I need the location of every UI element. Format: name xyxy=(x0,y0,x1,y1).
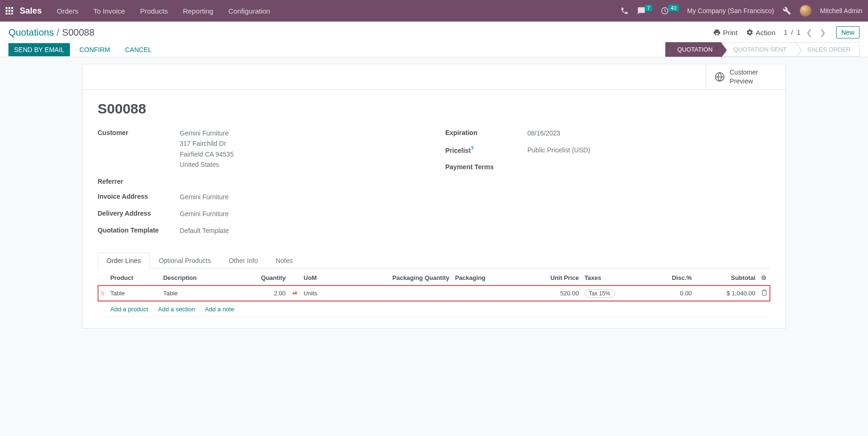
value-invoice-addr[interactable]: Gemini Furniture xyxy=(180,192,423,202)
tab-other-info[interactable]: Other Info xyxy=(220,253,266,269)
label-invoice-addr: Invoice Address xyxy=(98,192,180,200)
tab-order-lines[interactable]: Order Lines xyxy=(98,253,150,269)
cell-description[interactable]: Table xyxy=(160,285,233,301)
company-selector[interactable]: My Company (San Francisco) xyxy=(687,7,774,15)
add-product-link[interactable]: Add a product xyxy=(110,306,148,313)
breadcrumb-current: S00088 xyxy=(62,27,94,38)
customer-country: United States xyxy=(180,159,423,170)
tax-chip: Tax 15% xyxy=(585,289,615,298)
avatar[interactable] xyxy=(799,5,812,17)
tab-optional-products[interactable]: Optional Products xyxy=(150,253,220,269)
status-quotation-sent[interactable]: QUOTATION SENT xyxy=(721,42,795,57)
label-pricelist: Pricelist? xyxy=(445,145,527,154)
tab-notes[interactable]: Notes xyxy=(267,253,302,269)
user-menu[interactable]: Mitchell Admin xyxy=(820,7,862,15)
status-quotation[interactable]: QUOTATION xyxy=(665,42,721,57)
value-template[interactable]: Default Template xyxy=(180,226,423,236)
value-customer[interactable]: Gemini Furniture 317 Fairchild Dr Fairfi… xyxy=(180,128,423,170)
delete-line-icon[interactable] xyxy=(761,290,768,297)
col-settings[interactable]: ⚙ xyxy=(758,271,770,286)
send-by-email-button[interactable]: SEND BY EMAIL xyxy=(8,43,70,56)
label-expiration: Expiration xyxy=(445,128,527,136)
nav-to-invoice[interactable]: To Invoice xyxy=(87,3,132,19)
button-box: Customer Preview xyxy=(83,64,785,90)
col-disc[interactable]: Disc.% xyxy=(647,271,695,286)
cell-pack-qty[interactable] xyxy=(337,285,452,301)
gear-icon xyxy=(746,29,754,36)
preview-label-2: Preview xyxy=(730,77,758,85)
label-customer: Customer xyxy=(98,128,180,136)
nav-reporting[interactable]: Reporting xyxy=(176,3,220,19)
nav-menu: Orders To Invoice Products Reporting Con… xyxy=(50,3,277,19)
nav-products[interactable]: Products xyxy=(133,3,174,19)
customer-preview-button[interactable]: Customer Preview xyxy=(706,64,785,89)
apps-icon[interactable] xyxy=(6,7,13,15)
col-taxes[interactable]: Taxes xyxy=(582,271,647,286)
col-quantity[interactable]: Quantity xyxy=(233,271,289,286)
confirm-button[interactable]: CONFIRM xyxy=(74,43,115,56)
pager: 1 / 1 ❮ ❯ xyxy=(784,27,828,38)
sliders-icon: ⚙ xyxy=(761,274,767,281)
value-pricelist[interactable]: Public Pricelist (USD) xyxy=(527,145,770,155)
label-delivery-addr: Delivery Address xyxy=(98,209,180,217)
pricelist-help-icon[interactable]: ? xyxy=(471,146,473,151)
nav-orders[interactable]: Orders xyxy=(50,3,85,19)
pager-prev-icon[interactable]: ❮ xyxy=(804,27,814,38)
record-title: S00088 xyxy=(98,101,770,117)
col-uom[interactable]: UoM xyxy=(301,271,337,286)
cell-unit-price[interactable]: 520.00 xyxy=(519,285,582,301)
label-template: Quotation Template xyxy=(98,226,180,234)
cell-quantity[interactable]: 2.00 xyxy=(233,285,289,301)
col-pack-qty[interactable]: Packaging Quantity xyxy=(337,271,452,286)
print-label: Print xyxy=(723,29,738,37)
breadcrumb-parent[interactable]: Quotations xyxy=(8,27,54,38)
order-lines-table: Product Description Quantity UoM Packagi… xyxy=(98,271,770,317)
activities-icon[interactable]: 40 xyxy=(661,7,678,15)
add-note-link[interactable]: Add a note xyxy=(205,306,235,313)
form-container: Customer Preview S00088 Customer Gemini … xyxy=(0,57,868,335)
forecast-icon[interactable] xyxy=(291,290,298,297)
col-description[interactable]: Description xyxy=(160,271,233,286)
form-sheet: Customer Preview S00088 Customer Gemini … xyxy=(82,64,786,329)
notebook: Order Lines Optional Products Other Info… xyxy=(98,252,770,317)
pager-current[interactable]: 1 xyxy=(784,29,788,36)
pager-total: 1 xyxy=(797,29,800,36)
new-button[interactable]: New xyxy=(836,26,860,38)
globe-icon xyxy=(715,72,725,82)
customer-name: Gemini Furniture xyxy=(180,128,423,138)
breadcrumb-sep: / xyxy=(57,27,60,38)
action-button[interactable]: Action xyxy=(746,29,776,37)
value-expiration[interactable]: 08/16/2023 xyxy=(527,128,770,138)
discuss-icon[interactable]: 7 xyxy=(637,7,652,15)
breadcrumb: Quotations / S00088 xyxy=(8,27,94,38)
value-delivery-addr[interactable]: Gemini Furniture xyxy=(180,209,423,219)
print-icon xyxy=(713,29,721,36)
cell-uom[interactable]: Units xyxy=(301,285,337,301)
add-section-link[interactable]: Add a section xyxy=(158,306,195,313)
cell-taxes[interactable]: Tax 15% xyxy=(582,285,647,301)
preview-label-1: Customer xyxy=(730,68,758,76)
debug-icon[interactable] xyxy=(783,7,791,15)
col-packaging[interactable]: Packaging xyxy=(452,271,519,286)
order-line-row[interactable]: ⇅ Table Table 2.00 Units 520.00 Tax 15% xyxy=(98,285,770,301)
drag-handle-icon[interactable]: ⇅ xyxy=(100,291,105,296)
cell-product[interactable]: Table xyxy=(107,285,160,301)
cell-packaging[interactable] xyxy=(452,285,519,301)
voip-icon[interactable] xyxy=(620,7,629,15)
pager-sep: / xyxy=(791,29,793,36)
statusbar: QUOTATION QUOTATION SENT SALES ORDER xyxy=(665,42,860,57)
app-title[interactable]: Sales xyxy=(20,6,42,16)
discuss-badge: 7 xyxy=(645,5,652,11)
col-product[interactable]: Product xyxy=(107,271,160,286)
print-button[interactable]: Print xyxy=(713,29,738,37)
customer-city: Fairfield CA 94535 xyxy=(180,149,423,159)
col-subtotal[interactable]: Subtotal xyxy=(695,271,758,286)
col-unit-price[interactable]: Unit Price xyxy=(519,271,582,286)
cancel-button[interactable]: CANCEL xyxy=(119,43,157,56)
nav-right: 7 40 My Company (San Francisco) Mitchell… xyxy=(620,5,862,17)
cell-disc[interactable]: 0.00 xyxy=(647,285,695,301)
pager-next-icon[interactable]: ❯ xyxy=(818,27,828,38)
nav-configuration[interactable]: Configuration xyxy=(222,3,277,19)
label-referrer: Referrer xyxy=(98,177,180,185)
status-sales-order[interactable]: SALES ORDER xyxy=(795,42,860,57)
